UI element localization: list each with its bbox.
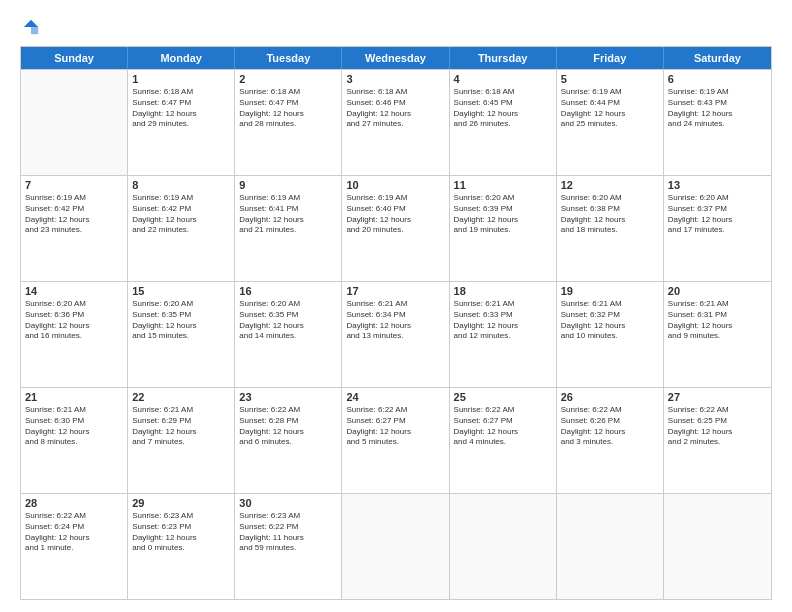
- day-number: 5: [561, 73, 659, 85]
- day-info: Sunrise: 6:22 AM Sunset: 6:24 PM Dayligh…: [25, 511, 123, 554]
- day-info: Sunrise: 6:22 AM Sunset: 6:28 PM Dayligh…: [239, 405, 337, 448]
- calendar-cell: 19Sunrise: 6:21 AM Sunset: 6:32 PM Dayli…: [557, 282, 664, 387]
- calendar: SundayMondayTuesdayWednesdayThursdayFrid…: [20, 46, 772, 600]
- day-info: Sunrise: 6:19 AM Sunset: 6:43 PM Dayligh…: [668, 87, 767, 130]
- logo: [20, 18, 40, 36]
- weekday-header-monday: Monday: [128, 47, 235, 69]
- day-info: Sunrise: 6:19 AM Sunset: 6:42 PM Dayligh…: [132, 193, 230, 236]
- day-info: Sunrise: 6:19 AM Sunset: 6:42 PM Dayligh…: [25, 193, 123, 236]
- calendar-cell: [664, 494, 771, 599]
- calendar-cell: 10Sunrise: 6:19 AM Sunset: 6:40 PM Dayli…: [342, 176, 449, 281]
- calendar-cell: 26Sunrise: 6:22 AM Sunset: 6:26 PM Dayli…: [557, 388, 664, 493]
- day-number: 20: [668, 285, 767, 297]
- day-info: Sunrise: 6:21 AM Sunset: 6:31 PM Dayligh…: [668, 299, 767, 342]
- weekday-header-sunday: Sunday: [21, 47, 128, 69]
- day-number: 24: [346, 391, 444, 403]
- calendar-cell: 28Sunrise: 6:22 AM Sunset: 6:24 PM Dayli…: [21, 494, 128, 599]
- calendar-cell: 24Sunrise: 6:22 AM Sunset: 6:27 PM Dayli…: [342, 388, 449, 493]
- day-number: 23: [239, 391, 337, 403]
- day-info: Sunrise: 6:22 AM Sunset: 6:27 PM Dayligh…: [454, 405, 552, 448]
- calendar-row-4: 28Sunrise: 6:22 AM Sunset: 6:24 PM Dayli…: [21, 493, 771, 599]
- day-info: Sunrise: 6:21 AM Sunset: 6:32 PM Dayligh…: [561, 299, 659, 342]
- svg-marker-1: [31, 27, 38, 34]
- calendar-header: SundayMondayTuesdayWednesdayThursdayFrid…: [21, 47, 771, 69]
- day-number: 19: [561, 285, 659, 297]
- calendar-cell: [21, 70, 128, 175]
- svg-marker-0: [24, 20, 38, 27]
- day-info: Sunrise: 6:22 AM Sunset: 6:25 PM Dayligh…: [668, 405, 767, 448]
- day-info: Sunrise: 6:23 AM Sunset: 6:23 PM Dayligh…: [132, 511, 230, 554]
- calendar-cell: 4Sunrise: 6:18 AM Sunset: 6:45 PM Daylig…: [450, 70, 557, 175]
- day-number: 16: [239, 285, 337, 297]
- calendar-cell: 2Sunrise: 6:18 AM Sunset: 6:47 PM Daylig…: [235, 70, 342, 175]
- calendar-row-2: 14Sunrise: 6:20 AM Sunset: 6:36 PM Dayli…: [21, 281, 771, 387]
- day-number: 1: [132, 73, 230, 85]
- day-info: Sunrise: 6:21 AM Sunset: 6:33 PM Dayligh…: [454, 299, 552, 342]
- day-info: Sunrise: 6:21 AM Sunset: 6:29 PM Dayligh…: [132, 405, 230, 448]
- day-info: Sunrise: 6:20 AM Sunset: 6:37 PM Dayligh…: [668, 193, 767, 236]
- logo-icon: [22, 18, 40, 36]
- calendar-cell: 25Sunrise: 6:22 AM Sunset: 6:27 PM Dayli…: [450, 388, 557, 493]
- day-number: 9: [239, 179, 337, 191]
- day-number: 28: [25, 497, 123, 509]
- page: SundayMondayTuesdayWednesdayThursdayFrid…: [0, 0, 792, 612]
- calendar-cell: [557, 494, 664, 599]
- calendar-cell: 14Sunrise: 6:20 AM Sunset: 6:36 PM Dayli…: [21, 282, 128, 387]
- day-number: 22: [132, 391, 230, 403]
- day-number: 25: [454, 391, 552, 403]
- weekday-header-thursday: Thursday: [450, 47, 557, 69]
- day-info: Sunrise: 6:19 AM Sunset: 6:41 PM Dayligh…: [239, 193, 337, 236]
- day-number: 7: [25, 179, 123, 191]
- calendar-cell: 21Sunrise: 6:21 AM Sunset: 6:30 PM Dayli…: [21, 388, 128, 493]
- day-info: Sunrise: 6:18 AM Sunset: 6:47 PM Dayligh…: [132, 87, 230, 130]
- calendar-cell: 23Sunrise: 6:22 AM Sunset: 6:28 PM Dayli…: [235, 388, 342, 493]
- calendar-cell: 1Sunrise: 6:18 AM Sunset: 6:47 PM Daylig…: [128, 70, 235, 175]
- day-info: Sunrise: 6:18 AM Sunset: 6:46 PM Dayligh…: [346, 87, 444, 130]
- day-info: Sunrise: 6:20 AM Sunset: 6:35 PM Dayligh…: [132, 299, 230, 342]
- day-info: Sunrise: 6:23 AM Sunset: 6:22 PM Dayligh…: [239, 511, 337, 554]
- calendar-cell: 11Sunrise: 6:20 AM Sunset: 6:39 PM Dayli…: [450, 176, 557, 281]
- calendar-cell: 8Sunrise: 6:19 AM Sunset: 6:42 PM Daylig…: [128, 176, 235, 281]
- day-info: Sunrise: 6:19 AM Sunset: 6:44 PM Dayligh…: [561, 87, 659, 130]
- day-number: 17: [346, 285, 444, 297]
- calendar-cell: 3Sunrise: 6:18 AM Sunset: 6:46 PM Daylig…: [342, 70, 449, 175]
- weekday-header-tuesday: Tuesday: [235, 47, 342, 69]
- day-info: Sunrise: 6:20 AM Sunset: 6:35 PM Dayligh…: [239, 299, 337, 342]
- weekday-header-wednesday: Wednesday: [342, 47, 449, 69]
- day-number: 2: [239, 73, 337, 85]
- day-number: 18: [454, 285, 552, 297]
- calendar-body: 1Sunrise: 6:18 AM Sunset: 6:47 PM Daylig…: [21, 69, 771, 599]
- weekday-header-saturday: Saturday: [664, 47, 771, 69]
- calendar-cell: 20Sunrise: 6:21 AM Sunset: 6:31 PM Dayli…: [664, 282, 771, 387]
- day-number: 13: [668, 179, 767, 191]
- calendar-row-1: 7Sunrise: 6:19 AM Sunset: 6:42 PM Daylig…: [21, 175, 771, 281]
- calendar-cell: 7Sunrise: 6:19 AM Sunset: 6:42 PM Daylig…: [21, 176, 128, 281]
- day-number: 3: [346, 73, 444, 85]
- day-info: Sunrise: 6:19 AM Sunset: 6:40 PM Dayligh…: [346, 193, 444, 236]
- day-number: 10: [346, 179, 444, 191]
- day-number: 12: [561, 179, 659, 191]
- header: [20, 18, 772, 36]
- calendar-cell: 13Sunrise: 6:20 AM Sunset: 6:37 PM Dayli…: [664, 176, 771, 281]
- day-info: Sunrise: 6:22 AM Sunset: 6:26 PM Dayligh…: [561, 405, 659, 448]
- day-info: Sunrise: 6:18 AM Sunset: 6:45 PM Dayligh…: [454, 87, 552, 130]
- day-info: Sunrise: 6:18 AM Sunset: 6:47 PM Dayligh…: [239, 87, 337, 130]
- calendar-cell: 15Sunrise: 6:20 AM Sunset: 6:35 PM Dayli…: [128, 282, 235, 387]
- calendar-cell: 30Sunrise: 6:23 AM Sunset: 6:22 PM Dayli…: [235, 494, 342, 599]
- day-info: Sunrise: 6:20 AM Sunset: 6:39 PM Dayligh…: [454, 193, 552, 236]
- calendar-cell: 16Sunrise: 6:20 AM Sunset: 6:35 PM Dayli…: [235, 282, 342, 387]
- day-number: 8: [132, 179, 230, 191]
- calendar-cell: 22Sunrise: 6:21 AM Sunset: 6:29 PM Dayli…: [128, 388, 235, 493]
- day-number: 27: [668, 391, 767, 403]
- calendar-cell: 5Sunrise: 6:19 AM Sunset: 6:44 PM Daylig…: [557, 70, 664, 175]
- day-info: Sunrise: 6:20 AM Sunset: 6:38 PM Dayligh…: [561, 193, 659, 236]
- day-info: Sunrise: 6:21 AM Sunset: 6:30 PM Dayligh…: [25, 405, 123, 448]
- day-number: 21: [25, 391, 123, 403]
- calendar-cell: 17Sunrise: 6:21 AM Sunset: 6:34 PM Dayli…: [342, 282, 449, 387]
- calendar-cell: 6Sunrise: 6:19 AM Sunset: 6:43 PM Daylig…: [664, 70, 771, 175]
- calendar-cell: 12Sunrise: 6:20 AM Sunset: 6:38 PM Dayli…: [557, 176, 664, 281]
- day-number: 30: [239, 497, 337, 509]
- calendar-cell: [450, 494, 557, 599]
- calendar-cell: 18Sunrise: 6:21 AM Sunset: 6:33 PM Dayli…: [450, 282, 557, 387]
- calendar-cell: 29Sunrise: 6:23 AM Sunset: 6:23 PM Dayli…: [128, 494, 235, 599]
